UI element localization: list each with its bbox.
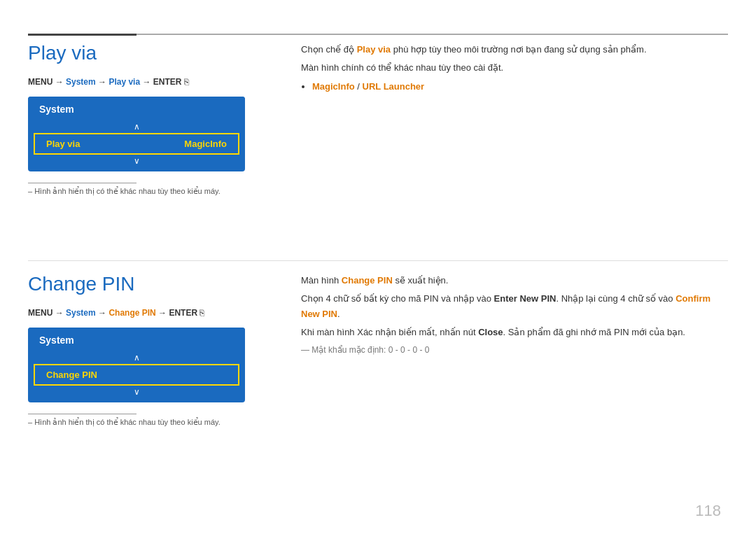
- page-container: Play via MENU → System → Play via → ENTE…: [0, 0, 756, 534]
- section2-box-header: System: [28, 328, 245, 350]
- section2-menu-path: MENU → System → Change PIN → ENTER ⎘: [28, 308, 287, 318]
- section1-right-text1: Chọn chế độ Play via phù hợp tùy theo mô…: [301, 42, 728, 57]
- section2-right-text1: Màn hình Change PIN sẽ xuất hiện.: [301, 273, 728, 288]
- changepin-highlight: Change PIN: [342, 275, 393, 286]
- enter-word2: ENTER: [169, 308, 200, 318]
- section2-right: Màn hình Change PIN sẽ xuất hiện. Chọn 4…: [301, 273, 728, 360]
- arrow3: →: [142, 77, 153, 87]
- enternewpin-highlight: Enter New PIN: [494, 293, 556, 304]
- section1-arrow-up: ∧: [28, 119, 245, 133]
- arrow6: →: [158, 308, 169, 318]
- bullet-item1: MagicInfo / URL Launcher: [312, 78, 728, 94]
- enter-word: ENTER: [153, 77, 184, 87]
- section1-title: Play via: [28, 42, 287, 64]
- section2-image-note: – Hình ảnh hiển thị có thể khác nhau tùy…: [28, 418, 287, 427]
- menu-word: MENU: [28, 77, 55, 87]
- menu-word2: MENU: [28, 308, 55, 318]
- section1-left: Play via MENU → System → Play via → ENTE…: [28, 42, 287, 196]
- section2-arrow-down: ∨: [28, 386, 245, 402]
- arrow4: →: [55, 308, 66, 318]
- section1-arrow-down: ∨: [28, 155, 245, 171]
- section2-system-box: System ∧ Change PIN ∨: [28, 328, 245, 402]
- enter-icon2: ⎘: [200, 308, 204, 318]
- section1-right: Chọn chế độ Play via phù hợp tùy theo mô…: [301, 42, 728, 95]
- section2-right-text3: Khi màn hình Xác nhận biến mất, nhấn nút…: [301, 325, 728, 340]
- urllauncher-label: URL Launcher: [363, 81, 425, 92]
- section2-arrow-up: ∧: [28, 350, 245, 364]
- enter-icon: ⎘: [184, 77, 189, 87]
- section1-right-text2: Màn hình chính có thể khác nhau tùy theo…: [301, 60, 728, 76]
- section1-item-label: Play via: [46, 139, 80, 149]
- section1-system-box: System ∧ Play via MagicInfo ∨: [28, 97, 245, 171]
- section1-box-header: System: [28, 97, 245, 119]
- section2-default-pwd: — Mật khẩu mặc định: 0 - 0 - 0 - 0: [301, 343, 728, 357]
- system-word: System: [66, 77, 96, 87]
- arrow5: →: [98, 308, 108, 318]
- close-highlight: Close: [478, 327, 503, 337]
- changepin-word: Change PIN: [108, 308, 155, 318]
- arrow1: →: [55, 77, 66, 87]
- section2-title: Change PIN: [28, 273, 287, 295]
- section2-right-text2: Chọn 4 chữ số bất kỳ cho mã PIN và nhập …: [301, 291, 728, 322]
- section1-bullet-list: MagicInfo / URL Launcher: [312, 78, 728, 94]
- section2-note-line: [28, 414, 136, 414]
- section2-box-item[interactable]: Change PIN: [34, 364, 239, 386]
- page-number: 118: [695, 502, 721, 520]
- section1-menu-path: MENU → System → Play via → ENTER ⎘: [28, 77, 287, 87]
- section1-image-note: – Hình ảnh hiển thị có thể khác nhau tùy…: [28, 187, 287, 196]
- section1-box-item[interactable]: Play via MagicInfo: [34, 133, 239, 155]
- arrow2: →: [98, 77, 108, 87]
- section1-note-line: [28, 183, 136, 183]
- section-divider: [28, 260, 728, 261]
- section2-item-label: Change PIN: [46, 370, 97, 380]
- playvia-word: Play via: [108, 77, 140, 87]
- magicinfo-label: MagicInfo: [312, 81, 355, 92]
- section1-item-value: MagicInfo: [184, 139, 227, 149]
- playvia-highlight: Play via: [357, 44, 391, 55]
- system-word2: System: [66, 308, 96, 318]
- section2-left: Change PIN MENU → System → Change PIN → …: [28, 273, 287, 427]
- separator: /: [357, 81, 362, 92]
- top-rule-accent: [28, 34, 136, 36]
